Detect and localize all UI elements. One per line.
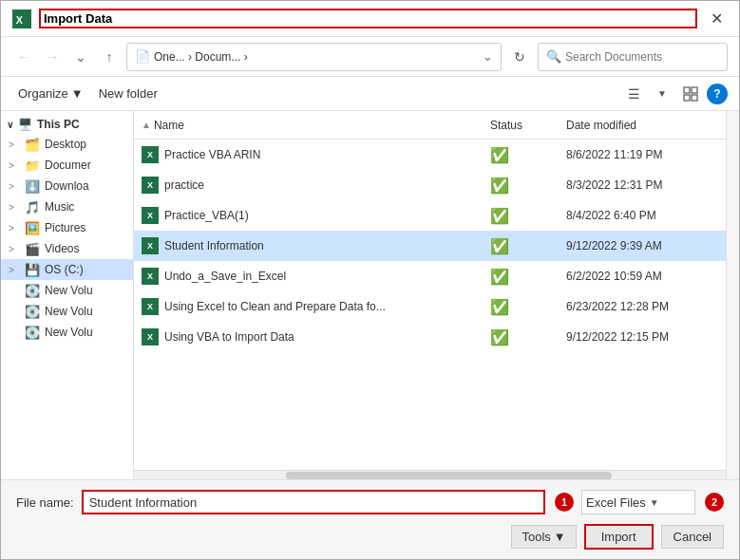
horizontal-scrollbar[interactable] bbox=[134, 470, 726, 479]
back-button[interactable]: ← bbox=[12, 46, 35, 68]
file-type-dropdown-arrow: ▼ bbox=[650, 497, 659, 508]
sidebar-item-os-c[interactable]: > 💾 OS (C:) bbox=[1, 259, 133, 280]
sidebar-item-pictures[interactable]: > 🖼️ Pictures bbox=[1, 217, 133, 238]
sidebar-item-new-vol2[interactable]: 💽 New Volu bbox=[1, 301, 133, 322]
file-status-cell: ✅ bbox=[490, 207, 566, 225]
tools-label: Tools bbox=[522, 530, 550, 544]
sidebar-item-new-vol1[interactable]: 💽 New Volu bbox=[1, 280, 133, 301]
videos-expand-icon: > bbox=[9, 244, 20, 254]
table-row[interactable]: X Using Excel to Clean and Prepare Data … bbox=[134, 291, 726, 322]
this-pc-expand-icon: ∨ bbox=[7, 120, 13, 130]
address-text: One... › Docum... › bbox=[154, 50, 479, 64]
music-icon: 🎵 bbox=[25, 199, 40, 215]
table-row[interactable]: X Practice VBA ARIN ✅ 8/6/2022 11:19 PM bbox=[134, 140, 726, 170]
horizontal-scroll-thumb bbox=[286, 472, 612, 479]
nv2-label: New Volu bbox=[45, 305, 93, 318]
desktop-icon: 🗂️ bbox=[25, 137, 40, 152]
search-icon: 🔍 bbox=[546, 49, 561, 64]
col-status-header[interactable]: Status bbox=[490, 119, 566, 132]
sidebar-item-downloads[interactable]: > ⬇️ Downloa bbox=[1, 176, 133, 196]
sidebar-item-documents[interactable]: > 📁 Documer bbox=[1, 155, 133, 176]
view-list-button[interactable]: ☰ bbox=[621, 82, 646, 106]
view-details-button[interactable] bbox=[678, 82, 703, 106]
file-type-dropdown[interactable]: Excel Files ▼ bbox=[581, 490, 695, 514]
status-check-icon: ✅ bbox=[490, 237, 509, 255]
nav-bar: ← → ⌄ ↑ 📄 One... › Docum... › ⌄ ↻ 🔍 bbox=[1, 37, 739, 77]
pictures-icon: 🖼️ bbox=[25, 220, 40, 235]
close-button[interactable]: ✕ bbox=[705, 8, 728, 30]
organize-button[interactable]: Organize ▼ bbox=[12, 84, 89, 103]
import-button[interactable]: Import bbox=[584, 524, 654, 550]
svg-text:X: X bbox=[16, 13, 24, 25]
file-name-cell: Using VBA to Import Data bbox=[164, 330, 490, 344]
excel-file-icon: X bbox=[142, 328, 159, 345]
tools-button[interactable]: Tools ▼ bbox=[511, 525, 576, 549]
file-status-cell: ✅ bbox=[490, 237, 566, 255]
address-bar[interactable]: 📄 One... › Docum... › ⌄ bbox=[126, 43, 502, 71]
forward-button[interactable]: → bbox=[41, 46, 64, 68]
excel-file-icon: X bbox=[142, 237, 159, 254]
footer-row1: File name: 1 Excel Files ▼ 2 bbox=[16, 490, 724, 514]
search-box[interactable]: 🔍 bbox=[538, 43, 728, 71]
up-button[interactable]: ↑ bbox=[98, 46, 121, 68]
cancel-button[interactable]: Cancel bbox=[661, 525, 724, 549]
downloads-expand-icon: > bbox=[9, 181, 20, 192]
excel-file-icon: X bbox=[142, 298, 159, 315]
sidebar-item-desktop[interactable]: > 🗂️ Desktop bbox=[1, 134, 133, 155]
table-row[interactable]: X Practice_VBA(1) ✅ 8/4/2022 6:40 PM bbox=[134, 200, 726, 231]
file-name-cell: practice bbox=[164, 178, 490, 192]
sidebar-item-videos[interactable]: > 🎬 Videos bbox=[1, 238, 133, 259]
col-date-header[interactable]: Date modified bbox=[566, 119, 718, 132]
refresh-button[interactable]: ↻ bbox=[507, 45, 532, 69]
nv3-icon: 💽 bbox=[25, 325, 40, 340]
table-row[interactable]: X practice ✅ 8/3/2022 12:31 PM bbox=[134, 170, 726, 200]
file-type-text: Excel Files bbox=[586, 495, 646, 510]
excel-file-icon: X bbox=[142, 146, 159, 163]
nv3-label: New Volu bbox=[45, 326, 93, 339]
sort-arrow-icon: ▲ bbox=[142, 120, 151, 130]
file-status-cell: ✅ bbox=[490, 268, 566, 286]
documents-expand-icon: > bbox=[9, 160, 20, 171]
svg-rect-3 bbox=[692, 87, 697, 93]
organize-dropdown-icon: ▼ bbox=[71, 86, 84, 101]
new-folder-button[interactable]: New folder bbox=[93, 84, 163, 103]
documents-label: Documer bbox=[45, 159, 91, 172]
file-name-cell: Undo_a_Save_in_Excel bbox=[164, 270, 490, 283]
nv1-label: New Volu bbox=[45, 284, 93, 297]
sidebar-item-music[interactable]: > 🎵 Music bbox=[1, 196, 133, 217]
file-list: X Practice VBA ARIN ✅ 8/6/2022 11:19 PM … bbox=[134, 140, 726, 470]
view-dropdown-button[interactable]: ▼ bbox=[650, 82, 674, 106]
file-status-cell: ✅ bbox=[490, 298, 566, 316]
file-list-header: ▲ Name Status Date modified bbox=[134, 111, 726, 140]
nv2-icon: 💽 bbox=[25, 304, 40, 319]
os-c-icon: 💾 bbox=[25, 262, 40, 277]
status-check-icon: ✅ bbox=[490, 268, 509, 286]
file-name-cell: Practice_VBA(1) bbox=[164, 209, 490, 222]
music-label: Music bbox=[45, 200, 74, 214]
col-name-header[interactable]: ▲ Name bbox=[142, 119, 490, 132]
excel-file-icon: X bbox=[142, 268, 159, 285]
file-status-cell: ✅ bbox=[490, 146, 566, 164]
footer: File name: 1 Excel Files ▼ 2 Tools ▼ Imp… bbox=[1, 479, 739, 559]
pictures-expand-icon: > bbox=[9, 223, 20, 233]
file-date-cell: 8/6/2022 11:19 PM bbox=[566, 148, 718, 161]
videos-icon: 🎬 bbox=[25, 241, 40, 256]
table-row[interactable]: X Using VBA to Import Data ✅ 9/12/2022 1… bbox=[134, 322, 726, 352]
address-dropdown-icon[interactable]: ⌄ bbox=[483, 49, 493, 64]
sidebar-item-new-vol3[interactable]: 💽 New Volu bbox=[1, 322, 133, 343]
os-c-expand-icon: > bbox=[9, 265, 20, 275]
excel-app-icon: X bbox=[12, 9, 31, 28]
table-row[interactable]: X Undo_a_Save_in_Excel ✅ 6/2/2022 10:59 … bbox=[134, 261, 726, 291]
sidebar-item-this-pc[interactable]: ∨ 🖥️ This PC bbox=[1, 115, 133, 134]
help-button[interactable]: ? bbox=[707, 84, 728, 104]
excel-file-icon: X bbox=[142, 207, 159, 224]
downloads-icon: ⬇️ bbox=[25, 178, 40, 194]
table-row[interactable]: X Student Information ✅ 9/12/2022 9:39 A… bbox=[134, 231, 726, 261]
file-name-input[interactable] bbox=[82, 490, 545, 514]
vertical-scrollbar[interactable] bbox=[726, 111, 739, 479]
file-date-cell: 6/23/2022 12:28 PM bbox=[566, 300, 718, 313]
dropdown-button[interactable]: ⌄ bbox=[69, 46, 92, 68]
search-input[interactable] bbox=[565, 50, 698, 64]
badge-2: 2 bbox=[705, 493, 724, 512]
sidebar: ∨ 🖥️ This PC > 🗂️ Desktop > 📁 Documer > … bbox=[1, 111, 134, 479]
